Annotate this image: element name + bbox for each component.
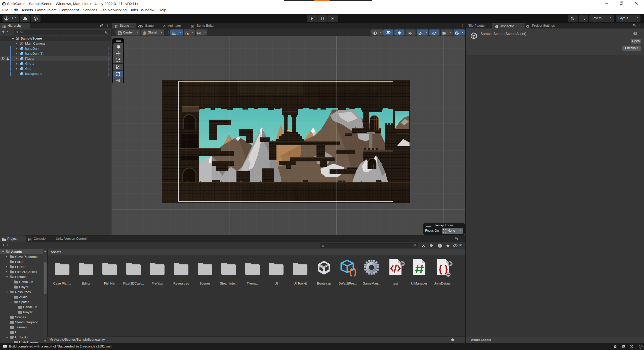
svg-text:Y: Y <box>173 33 175 35</box>
svg-text:?: ? <box>634 32 636 35</box>
svg-text:D: D <box>35 18 37 20</box>
